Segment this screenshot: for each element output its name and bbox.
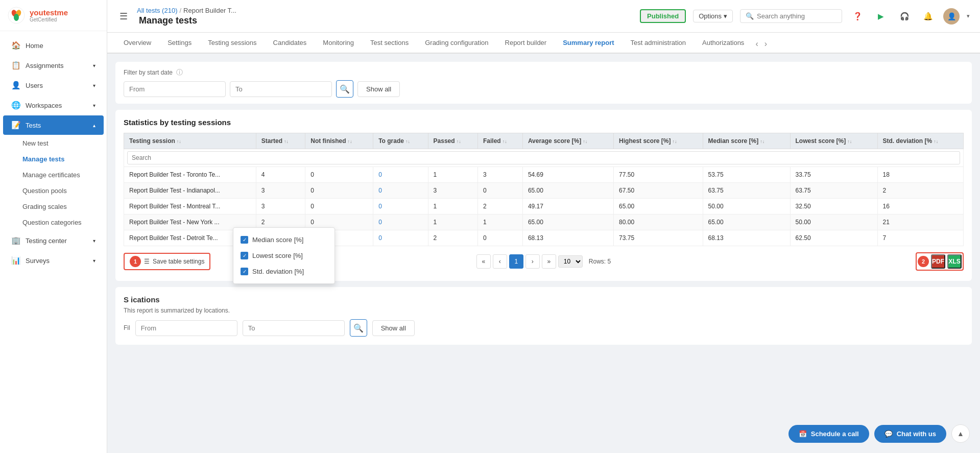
from-date-input[interactable] <box>124 81 226 97</box>
tab-test-sections[interactable]: Test sections <box>362 33 417 54</box>
pagination-last[interactable]: » <box>542 254 556 269</box>
assignments-icon: 📋 <box>11 61 20 70</box>
sidebar-subitem-question-pools[interactable]: Question pools <box>0 183 107 199</box>
sidebar-item-users[interactable]: 👤 Users ▾ <box>3 76 104 95</box>
tab-test-administration[interactable]: Test administration <box>623 33 694 54</box>
scroll-top-button[interactable]: ▲ <box>951 424 970 443</box>
table-cell: 54.69 <box>522 167 613 183</box>
table-cell: 80.00 <box>614 214 703 230</box>
col-lowest-score[interactable]: Lowest score [%]↑↓ <box>790 133 877 149</box>
chat-button[interactable]: 💬 Chat with us <box>874 425 946 443</box>
export-pdf-button[interactable]: PDF <box>931 254 945 269</box>
tab-candidates[interactable]: Candidates <box>265 33 315 54</box>
tab-overview[interactable]: Overview <box>115 33 159 54</box>
sidebar-item-assignments[interactable]: 📋 Assignments ▾ <box>3 56 104 75</box>
schedule-call-button[interactable]: 📅 Schedule a call <box>788 425 869 443</box>
table-cell: 62.50 <box>790 230 877 246</box>
export-excel-button[interactable]: XLS <box>947 254 962 269</box>
table-search-input[interactable] <box>127 151 960 164</box>
col-highest-score[interactable]: Highest score [%]↑↓ <box>614 133 703 149</box>
col-median-score[interactable]: Median score [%]↑↓ <box>703 133 790 149</box>
bottom-filter-bar: Fil 🔍 Show all <box>124 319 964 337</box>
bottom-search-button[interactable]: 🔍 <box>350 319 367 337</box>
pagination-page-1[interactable]: 1 <box>509 254 523 269</box>
dropdown-item-median[interactable]: ✓ Median score [%] <box>233 232 334 248</box>
table-settings-button[interactable]: 1 ☰ Save table settings <box>124 253 210 270</box>
breadcrumb-link[interactable]: All tests (210) <box>137 7 177 14</box>
col-not-finished[interactable]: Not finished↑↓ <box>305 133 373 149</box>
pagination-next[interactable]: › <box>525 254 540 269</box>
show-all-button-top[interactable]: Show all <box>357 81 400 97</box>
sidebar-item-tests[interactable]: 📝 Tests ▴ <box>3 115 104 135</box>
filter-search-button[interactable]: 🔍 <box>336 80 353 98</box>
sidebar-item-home[interactable]: 🏠 Home <box>3 36 104 55</box>
sidebar-item-label: Assignments <box>26 62 63 69</box>
search-box[interactable]: 🔍 <box>740 9 842 23</box>
table-cell[interactable]: 0 <box>373 167 428 183</box>
sidebar-item-label: Surveys <box>26 257 50 265</box>
per-page-select[interactable]: 10 25 50 <box>558 255 583 268</box>
table-cell: 33.75 <box>790 167 877 183</box>
sidebar-item-surveys[interactable]: 📊 Surveys ▾ <box>3 251 104 270</box>
col-avg-score[interactable]: Average score [%]↑↓ <box>522 133 613 149</box>
play-icon-button[interactable]: ▶ <box>873 8 889 25</box>
col-testing-session[interactable]: Testing session↑↓ <box>124 133 256 149</box>
sidebar-subitem-new-test[interactable]: New test <box>0 135 107 151</box>
col-std-dev[interactable]: Std. deviation [%↑↓ <box>877 133 963 149</box>
tab-settings[interactable]: Settings <box>159 33 200 54</box>
bottom-from-input[interactable] <box>135 320 237 336</box>
sidebar-subitem-manage-certs[interactable]: Manage certificates <box>0 167 107 183</box>
col-to-grade[interactable]: To grade↑↓ <box>373 133 428 149</box>
search-icon: 🔍 <box>746 12 754 20</box>
dropdown-item-lowest[interactable]: ✓ Lowest score [%] <box>233 248 334 264</box>
checkbox-median[interactable]: ✓ <box>241 236 248 244</box>
options-button[interactable]: Options ▾ <box>693 10 733 22</box>
table-cell: 49.17 <box>522 199 613 214</box>
table-search-row <box>124 149 964 167</box>
checkbox-lowest[interactable]: ✓ <box>241 252 248 259</box>
bottom-to-input[interactable] <box>243 320 345 336</box>
table-cell: 0 <box>305 167 373 183</box>
table-cell: 68.13 <box>522 230 613 246</box>
col-started[interactable]: Started↑↓ <box>256 133 305 149</box>
col-passed[interactable]: Passed↑↓ <box>428 133 477 149</box>
col-failed[interactable]: Failed↑↓ <box>478 133 523 149</box>
bottom-section-card: S ications This report is summarized by … <box>115 287 972 345</box>
sidebar-item-workspaces[interactable]: 🌐 Workspaces ▾ <box>3 96 104 115</box>
surveys-icon: 📊 <box>11 256 20 265</box>
tab-authorizations[interactable]: Authorizations <box>694 33 752 54</box>
tab-testing-sessions[interactable]: Testing sessions <box>200 33 265 54</box>
tab-bar: Overview Settings Testing sessions Candi… <box>107 33 980 54</box>
table-cell[interactable]: 0 <box>373 199 428 214</box>
bell-icon-button[interactable]: 🔔 <box>920 8 936 25</box>
to-date-input[interactable] <box>230 81 332 97</box>
filter-label: Filter by start date ⓘ <box>124 68 400 77</box>
sidebar-subitem-grading-scales[interactable]: Grading scales <box>0 199 107 214</box>
tab-nav-right-icon[interactable]: › <box>761 35 770 53</box>
tab-nav-left-icon[interactable]: ‹ <box>752 35 761 53</box>
headset-icon-button[interactable]: 🎧 <box>896 8 913 25</box>
show-all-button-bottom[interactable]: Show all <box>372 320 415 336</box>
sidebar-item-label: Users <box>26 82 43 89</box>
table-cell[interactable]: 0 <box>373 230 428 246</box>
published-badge[interactable]: Published <box>640 9 686 23</box>
sidebar-subitem-manage-tests[interactable]: Manage tests <box>0 151 107 167</box>
sidebar-item-testing-center[interactable]: 🏢 Testing center ▾ <box>3 231 104 250</box>
checkbox-stddev[interactable]: ✓ <box>241 268 248 275</box>
menu-toggle-button[interactable]: ☰ <box>117 9 130 24</box>
tab-monitoring[interactable]: Monitoring <box>315 33 362 54</box>
table-cell[interactable]: 0 <box>373 214 428 230</box>
dropdown-item-stddev[interactable]: ✓ Std. deviation [%] <box>233 264 334 279</box>
tab-summary-report[interactable]: Summary report <box>555 33 622 54</box>
tab-report-builder[interactable]: Report builder <box>497 33 555 54</box>
logo-sub-text: GetCertified <box>30 17 68 22</box>
breadcrumb-current: Report Builder T... <box>183 7 236 14</box>
avatar[interactable]: 👤 <box>943 8 960 25</box>
search-input[interactable] <box>757 12 833 20</box>
table-cell[interactable]: 0 <box>373 183 428 199</box>
help-icon-button[interactable]: ❓ <box>849 8 866 25</box>
pagination-prev[interactable]: ‹ <box>493 254 507 269</box>
sidebar-subitem-question-categories[interactable]: Question categories <box>0 214 107 230</box>
pagination-first[interactable]: « <box>476 254 491 269</box>
tab-grading-config[interactable]: Grading configuration <box>417 33 496 54</box>
